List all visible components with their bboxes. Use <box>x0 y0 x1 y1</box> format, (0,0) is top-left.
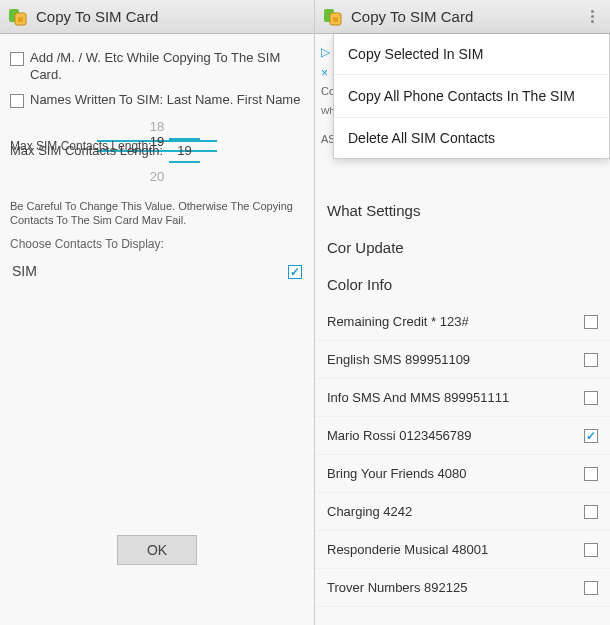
contact-label: English SMS 899951109 <box>327 352 584 367</box>
option-add-prefix-label: Add /M. / W. Etc While Copying To The SI… <box>30 50 304 84</box>
checkbox-add-prefix[interactable] <box>10 52 24 66</box>
svg-rect-2 <box>18 17 23 22</box>
app-sim-icon <box>8 7 28 27</box>
menu-copy-selected[interactable]: Copy Selected In SIM <box>334 34 609 75</box>
title-left: Copy To SIM Card <box>36 8 158 25</box>
sim-display-row[interactable]: SIM <box>10 257 304 285</box>
list-item[interactable]: Responderie Musical 48001 <box>315 531 610 569</box>
contacts-pane: Copy To SIM Card ▷ × Co Whol ASU Copy Se… <box>315 0 610 625</box>
contact-checkbox[interactable] <box>584 467 598 481</box>
row-cor-update[interactable]: Cor Update <box>315 229 610 266</box>
contact-label: Mario Rossi 0123456789 <box>327 428 584 443</box>
contact-label: Info SMS And MMS 899951111 <box>327 390 584 405</box>
picker-inline-value: 19 <box>169 138 199 163</box>
list-item[interactable]: Bring Your Friends 4080 <box>315 455 610 493</box>
contact-checkbox[interactable] <box>584 543 598 557</box>
option-add-prefix[interactable]: Add /M. / W. Etc While Copying To The SI… <box>10 50 304 84</box>
option-name-order[interactable]: Names Written To SIM: Last Name. First N… <box>10 92 304 109</box>
titlebar-right: Copy To SIM Card <box>315 0 610 34</box>
list-item[interactable]: Info SMS And MMS 899951111 <box>315 379 610 417</box>
picker-label: Max SIM Contacts Length: <box>10 139 151 153</box>
checkbox-sim[interactable] <box>288 265 302 279</box>
list-item[interactable]: English SMS 899951109 <box>315 341 610 379</box>
row-what-settings[interactable]: What Settings <box>315 192 610 229</box>
option-name-order-label: Names Written To SIM: Last Name. First N… <box>30 92 300 109</box>
picker-value: 19 <box>150 134 164 149</box>
left-content: Add /M. / W. Etc While Copying To The SI… <box>0 34 314 573</box>
contact-label: Charging 4242 <box>327 504 584 519</box>
picker-above: 18 <box>150 119 164 134</box>
list-item[interactable]: Remaining Credit * 123# <box>315 303 610 341</box>
contacts-list: Remaining Credit * 123#English SMS 89995… <box>315 303 610 607</box>
contact-checkbox[interactable] <box>584 429 598 443</box>
checkbox-name-order[interactable] <box>10 94 24 108</box>
contact-checkbox[interactable] <box>584 315 598 329</box>
contact-checkbox[interactable] <box>584 505 598 519</box>
title-right: Copy To SIM Card <box>351 8 473 25</box>
contact-label: Trover Numbers 892125 <box>327 580 584 595</box>
choose-contacts-label: Choose Contacts To Display: <box>10 237 304 251</box>
svg-rect-5 <box>333 17 338 22</box>
picker-below: 20 <box>150 169 164 184</box>
menu-copy-all[interactable]: Copy All Phone Contacts In The SIM <box>334 75 609 118</box>
ok-button[interactable]: OK <box>117 535 197 565</box>
contact-label: Responderie Musical 48001 <box>327 542 584 557</box>
contact-checkbox[interactable] <box>584 581 598 595</box>
contact-label: Remaining Credit * 123# <box>327 314 584 329</box>
contact-checkbox[interactable] <box>584 353 598 367</box>
app-sim-icon-right <box>323 7 343 27</box>
contact-checkbox[interactable] <box>584 391 598 405</box>
list-item[interactable]: Mario Rossi 0123456789 <box>315 417 610 455</box>
overflow-menu: Copy Selected In SIM Copy All Phone Cont… <box>333 34 610 159</box>
list-item[interactable]: Charging 4242 <box>315 493 610 531</box>
contact-label: Bring Your Friends 4080 <box>327 466 584 481</box>
menu-delete-all[interactable]: Delete All SIM Contacts <box>334 118 609 158</box>
titlebar-left: Copy To SIM Card <box>0 0 314 34</box>
warning-note: Be Careful To Change This Value. Otherwi… <box>10 199 304 228</box>
overflow-menu-icon[interactable] <box>582 7 602 27</box>
settings-pane: Copy To SIM Card Add /M. / W. Etc While … <box>0 0 315 625</box>
list-item[interactable]: Trover Numbers 892125 <box>315 569 610 607</box>
row-color-info[interactable]: Color Info <box>315 266 610 303</box>
sim-label: SIM <box>12 263 37 279</box>
